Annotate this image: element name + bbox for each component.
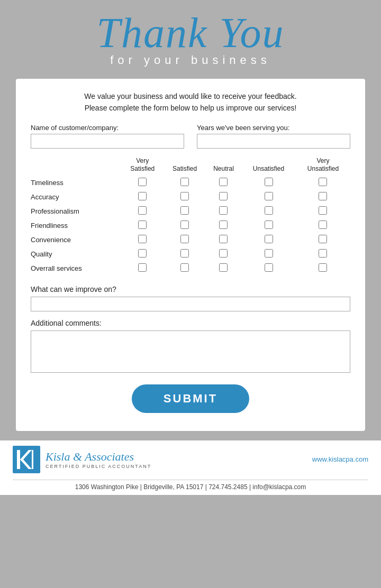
customer-input[interactable]: [31, 134, 184, 149]
subtitle-text: for your business: [16, 53, 365, 67]
svg-rect-1: [17, 450, 20, 469]
rating-checkbox[interactable]: [180, 263, 189, 272]
website-link: www.kislacpa.com: [312, 455, 368, 463]
row-label: Convenience: [31, 233, 121, 247]
rating-cell[interactable]: [296, 190, 350, 204]
rating-checkbox[interactable]: [180, 235, 189, 243]
rating-cell[interactable]: [164, 218, 206, 233]
rating-cell[interactable]: [121, 233, 164, 247]
rating-cell[interactable]: [206, 204, 241, 218]
rating-checkbox[interactable]: [219, 206, 228, 215]
rating-cell[interactable]: [241, 218, 296, 233]
rating-checkbox[interactable]: [138, 178, 147, 186]
rating-cell[interactable]: [206, 233, 241, 247]
col-satisfied: Satisfied: [164, 157, 206, 176]
rating-checkbox[interactable]: [265, 263, 273, 272]
rating-cell[interactable]: [241, 190, 296, 204]
comments-label: Additional comments:: [31, 319, 350, 327]
row-label: Quality: [31, 247, 121, 261]
rating-checkbox[interactable]: [319, 235, 327, 243]
rating-checkbox[interactable]: [138, 235, 147, 243]
rating-cell[interactable]: [241, 247, 296, 261]
table-row: Convenience: [31, 233, 350, 247]
rating-checkbox[interactable]: [219, 178, 228, 186]
rating-cell[interactable]: [164, 261, 206, 275]
footer-section: Kisla & Associates Certified Public Acco…: [0, 440, 381, 495]
rating-checkbox[interactable]: [265, 235, 273, 243]
rating-cell[interactable]: [121, 247, 164, 261]
row-label: Accuracy: [31, 190, 121, 204]
rating-cell[interactable]: [121, 190, 164, 204]
rating-checkbox[interactable]: [138, 192, 147, 200]
rating-checkbox[interactable]: [219, 192, 228, 200]
rating-cell[interactable]: [164, 176, 206, 190]
rating-checkbox[interactable]: [319, 192, 327, 200]
rating-cell[interactable]: [206, 176, 241, 190]
rating-cell[interactable]: [241, 261, 296, 275]
rating-cell[interactable]: [241, 176, 296, 190]
rating-cell[interactable]: [296, 204, 350, 218]
improve-input[interactable]: [31, 297, 350, 311]
logo-icon: [13, 446, 40, 473]
rating-cell[interactable]: [164, 190, 206, 204]
years-input[interactable]: [197, 134, 350, 149]
rating-cell[interactable]: [121, 176, 164, 190]
rating-checkbox[interactable]: [180, 249, 189, 258]
header-section: Thank You for your business: [0, 0, 381, 79]
rating-checkbox[interactable]: [265, 221, 273, 229]
rating-checkbox[interactable]: [138, 221, 147, 229]
rating-checkbox[interactable]: [319, 178, 327, 186]
footer-address: 1306 Washington Pike | Bridgeville, PA 1…: [75, 483, 306, 491]
rating-checkbox[interactable]: [180, 206, 189, 215]
rating-checkbox[interactable]: [319, 263, 327, 272]
col-very-unsatisfied: VeryUnsatisfied: [296, 157, 350, 176]
customer-label: Name of customer/company:: [31, 124, 184, 132]
rating-cell[interactable]: [296, 247, 350, 261]
table-row: Timeliness: [31, 176, 350, 190]
footer-divider: [13, 480, 368, 480]
rating-checkbox[interactable]: [138, 206, 147, 215]
rating-cell[interactable]: [241, 204, 296, 218]
rating-cell[interactable]: [206, 247, 241, 261]
rating-checkbox[interactable]: [319, 249, 327, 258]
rating-checkbox[interactable]: [219, 263, 228, 272]
rating-cell[interactable]: [206, 261, 241, 275]
improve-section: What can we improve on?: [31, 285, 350, 311]
comments-textarea[interactable]: [31, 330, 350, 373]
rating-cell[interactable]: [121, 204, 164, 218]
row-label: Friendliness: [31, 218, 121, 233]
rating-checkbox[interactable]: [180, 178, 189, 186]
submit-row: SUBMIT: [31, 384, 350, 413]
rating-cell[interactable]: [206, 190, 241, 204]
table-row: Overrall services: [31, 261, 350, 275]
rating-cell[interactable]: [206, 218, 241, 233]
rating-checkbox[interactable]: [219, 235, 228, 243]
rating-checkbox[interactable]: [265, 178, 273, 186]
submit-button[interactable]: SUBMIT: [132, 384, 249, 413]
rating-checkbox[interactable]: [219, 221, 228, 229]
rating-cell[interactable]: [296, 233, 350, 247]
rating-cell[interactable]: [296, 176, 350, 190]
years-label: Years we've been serving you:: [197, 124, 350, 132]
rating-checkbox[interactable]: [265, 192, 273, 200]
rating-checkbox[interactable]: [319, 206, 327, 215]
rating-checkbox[interactable]: [265, 206, 273, 215]
rating-cell[interactable]: [164, 247, 206, 261]
rating-checkbox[interactable]: [138, 263, 147, 272]
rating-cell[interactable]: [164, 204, 206, 218]
rating-cell[interactable]: [121, 218, 164, 233]
rating-cell[interactable]: [121, 261, 164, 275]
rating-cell[interactable]: [164, 233, 206, 247]
logo-area: Kisla & Associates Certified Public Acco…: [13, 446, 151, 473]
rating-checkbox[interactable]: [319, 221, 327, 229]
rating-checkbox[interactable]: [219, 249, 228, 258]
rating-checkbox[interactable]: [138, 249, 147, 258]
intro-text: We value your business and would like to…: [31, 90, 350, 114]
rating-checkbox[interactable]: [180, 192, 189, 200]
rating-cell[interactable]: [296, 261, 350, 275]
rating-cell[interactable]: [296, 218, 350, 233]
col-category: [31, 157, 121, 176]
rating-checkbox[interactable]: [265, 249, 273, 258]
rating-cell[interactable]: [241, 233, 296, 247]
rating-checkbox[interactable]: [180, 221, 189, 229]
